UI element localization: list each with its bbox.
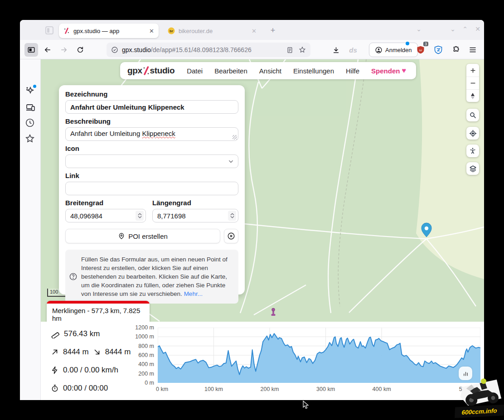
menu-datei[interactable]: Datei — [181, 67, 208, 75]
window-close-icon[interactable]: ✕ — [473, 25, 482, 33]
window-maximize-icon[interactable]: ⌃ — [460, 25, 470, 33]
name-input[interactable] — [65, 100, 238, 114]
vpn-extension-icon[interactable] — [431, 43, 445, 57]
speed-value: 0.00 / 0.00 km/h — [63, 366, 118, 375]
x-tick-label: 200 km — [261, 386, 279, 392]
latitude-input[interactable]: 48,096984 — [65, 209, 146, 222]
zap-icon — [51, 366, 59, 374]
descent-value: 8444 m — [105, 348, 131, 357]
list-tabs-chevron-icon[interactable]: ⌄ — [414, 25, 423, 33]
menu-spenden[interactable]: Spenden — [365, 67, 402, 75]
new-tab-button[interactable]: + — [267, 25, 278, 36]
menu-ansicht[interactable]: Ansicht — [253, 67, 287, 75]
adblock-extension-icon[interactable]: ω 3 — [414, 43, 427, 57]
watermark-text: 600ccm.info — [461, 407, 497, 415]
bar-chart-icon — [462, 370, 469, 377]
distance-value: 576.43 km — [64, 329, 100, 338]
description-textarea[interactable]: Anfahrt über Umleitung Klippeneck — [65, 127, 238, 141]
forward-button[interactable] — [57, 43, 71, 57]
sidebar-toggle-button[interactable] — [24, 43, 38, 57]
shield-permissions-icon[interactable] — [111, 46, 118, 53]
y-tick-label: 400 m — [131, 361, 154, 367]
signin-notification-dot — [406, 42, 409, 45]
arrow-down-right-icon — [93, 348, 101, 356]
elevation-chart[interactable] — [158, 328, 480, 383]
synced-tabs-icon[interactable] — [25, 102, 36, 113]
menu-hamburger-icon[interactable] — [466, 43, 480, 57]
ruler-icon — [51, 329, 60, 338]
window-minimize-icon[interactable]: ⌄ — [448, 25, 457, 33]
tab-bar: gpx.studio — app ✕ br bikerouter.de ✕ + … — [20, 20, 484, 40]
compass-button[interactable] — [466, 89, 479, 102]
ascent-value: 8444 m — [63, 348, 89, 357]
url-bar[interactable]: gpx.studio/de/app#15.61/48.098123/8.7666… — [107, 43, 310, 57]
account-icon — [375, 46, 383, 54]
zoom-out-button[interactable] — [466, 77, 479, 89]
link-input[interactable] — [65, 182, 238, 195]
url-text: gpx.studio/de/app#15.61/48.098123/8.7666… — [122, 46, 252, 53]
extension-disabled-icon[interactable]: ds — [346, 43, 360, 57]
y-tick-label: 600 m — [131, 352, 154, 358]
latitude-stepper[interactable] — [136, 211, 144, 221]
x-tick-label: 300 km — [316, 386, 335, 392]
reload-button[interactable] — [73, 43, 87, 57]
bookmarks-star-icon[interactable] — [25, 134, 36, 145]
extensions-puzzle-icon[interactable] — [449, 43, 463, 57]
longitude-value: 8,771698 — [157, 212, 228, 220]
menu-einstellungen[interactable]: Einstellungen — [287, 67, 340, 75]
longitude-input[interactable]: 8,771698 — [152, 209, 238, 222]
resize-grip[interactable] — [233, 135, 237, 140]
app-menubar: gpx studio Datei Bearbeiten Ansicht Eins… — [120, 62, 416, 79]
notification-dot — [33, 85, 36, 88]
icon-label: Icon — [65, 145, 238, 152]
browser-window: gpx.studio — app ✕ br bikerouter.de ✕ + … — [20, 20, 484, 400]
geolocate-button[interactable] — [466, 127, 479, 140]
firefox-view-icon[interactable] — [45, 26, 53, 34]
tab-gpx-studio[interactable]: gpx.studio — app ✕ — [59, 24, 159, 38]
create-poi-button[interactable]: POI erstellen — [65, 229, 220, 243]
downloads-button[interactable] — [329, 43, 343, 57]
ai-chat-icon[interactable] — [25, 86, 36, 97]
app-logo[interactable]: gpx studio — [127, 66, 174, 76]
search-button[interactable] — [466, 109, 479, 121]
longitude-label: Längengrad — [152, 199, 238, 207]
tab-bikerouter[interactable]: br bikerouter.de ✕ — [163, 24, 261, 38]
y-tick-label: 1200 m — [131, 324, 154, 331]
tab-title: bikerouter.de — [179, 28, 213, 34]
y-tick-label: 800 m — [131, 343, 154, 349]
back-button[interactable] — [41, 43, 54, 57]
bookmark-star-icon[interactable] — [299, 46, 306, 53]
latitude-value: 48,096984 — [70, 212, 136, 220]
time-value: 00:00 / 00:00 — [63, 384, 108, 393]
link-label: Link — [65, 172, 238, 179]
cancel-circle-x-button[interactable] — [224, 229, 238, 243]
menu-hilfe[interactable]: Hilfe — [340, 67, 365, 75]
x-tick-label: 400 km — [373, 386, 391, 392]
y-tick-label: 200 m — [131, 371, 154, 377]
pin-icon — [118, 232, 125, 240]
menu-bearbeiten[interactable]: Bearbeiten — [208, 67, 253, 75]
stat-elevation-gain: 8444 m 8444 m — [51, 348, 131, 357]
create-poi-label: POI erstellen — [128, 232, 168, 240]
name-label: Bezeichnung — [65, 90, 238, 98]
history-clock-icon[interactable] — [25, 118, 36, 129]
zoom-control-group — [466, 64, 479, 102]
reader-mode-icon[interactable] — [286, 47, 293, 53]
gpx-favicon — [63, 28, 70, 34]
accessibility-button[interactable] — [466, 145, 479, 157]
logo-text-gpx: gpx — [127, 66, 142, 76]
adblock-badge: 3 — [423, 42, 428, 46]
tab-close-icon[interactable]: ✕ — [149, 28, 154, 34]
icon-select[interactable] — [65, 154, 238, 168]
description-label: Beschreibung — [65, 117, 238, 125]
zoom-in-button[interactable] — [466, 64, 479, 77]
heart-icon[interactable]: ♥ — [402, 67, 409, 75]
elevation-panel: 576.43 km 8444 m 8444 m 0.00 / 0.00 km/h… — [41, 322, 484, 400]
more-link[interactable]: Mehr... — [184, 290, 203, 297]
tab-close-icon[interactable]: ✕ — [252, 28, 257, 34]
help-question-icon — [69, 272, 78, 281]
layers-button[interactable] — [466, 162, 479, 175]
longitude-stepper[interactable] — [228, 211, 236, 221]
stat-time: 00:00 / 00:00 — [51, 384, 108, 393]
signin-button[interactable]: Anmelden — [369, 43, 418, 57]
